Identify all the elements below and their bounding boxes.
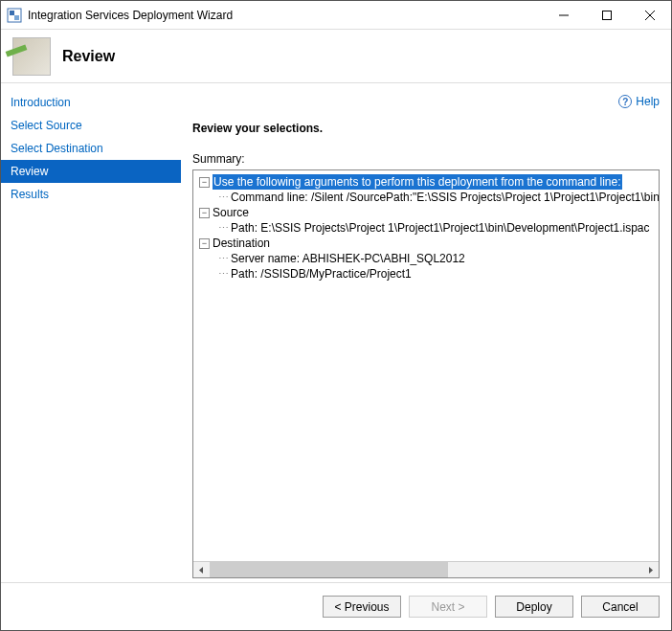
- tree-label: Source: [213, 205, 249, 220]
- scroll-track[interactable]: [210, 562, 642, 577]
- tree-label: Use the following arguments to perform t…: [213, 174, 622, 190]
- sidebar-item-results[interactable]: Results: [1, 183, 181, 206]
- wizard-body: Introduction Select Source Select Destin…: [1, 83, 671, 582]
- tree-label: Server name: ABHISHEK-PC\ABHI_SQL2012: [231, 251, 465, 266]
- cancel-button[interactable]: Cancel: [581, 596, 660, 618]
- previous-button[interactable]: < Previous: [323, 596, 401, 618]
- svg-rect-4: [602, 11, 611, 19]
- tree-node-source-path[interactable]: ⋯ Path: E:\SSIS Projects\Project 1\Proje…: [195, 220, 657, 236]
- svg-marker-7: [199, 567, 203, 574]
- tree-node-commandline-args[interactable]: − Use the following arguments to perform…: [195, 174, 657, 190]
- wizard-header: Review: [1, 30, 671, 83]
- tree-content: − Use the following arguments to perform…: [193, 170, 659, 561]
- tree-label: Destination: [213, 236, 270, 251]
- footer: < Previous Next > Deploy Cancel: [1, 582, 671, 630]
- section-title: Review your selections.: [192, 122, 660, 135]
- tree-node-destination[interactable]: − Destination: [195, 236, 657, 251]
- next-button: Next >: [409, 596, 487, 618]
- sidebar-item-select-source[interactable]: Select Source: [1, 114, 181, 137]
- tree-connector-icon: ⋯: [218, 220, 229, 236]
- tree-connector-icon: ⋯: [218, 266, 229, 282]
- tree-label: Path: E:\SSIS Projects\Project 1\Project…: [231, 220, 650, 236]
- main-panel: ? Help Review your selections. Summary: …: [181, 83, 671, 582]
- tree-node-destination-path[interactable]: ⋯ Path: /SSISDB/MyPractice/Project1: [195, 266, 657, 282]
- wizard-header-icon: [12, 37, 51, 76]
- wizard-window: Integration Services Deployment Wizard R…: [0, 0, 672, 631]
- sidebar-item-select-destination[interactable]: Select Destination: [1, 137, 181, 160]
- tree-label: Path: /SSISDB/MyPractice/Project1: [231, 266, 412, 282]
- svg-rect-1: [10, 11, 14, 15]
- window-title: Integration Services Deployment Wizard: [28, 9, 542, 22]
- tree-connector-icon: ⋯: [218, 190, 229, 205]
- maximize-button[interactable]: [585, 1, 628, 29]
- collapse-icon[interactable]: −: [199, 177, 210, 188]
- collapse-icon[interactable]: −: [199, 238, 210, 249]
- tree-node-commandline[interactable]: ⋯ Command line: /Silent /SourcePath:"E:\…: [195, 190, 657, 205]
- scroll-right-button[interactable]: [642, 562, 659, 577]
- sidebar-item-review[interactable]: Review: [1, 160, 181, 183]
- sidebar-item-introduction[interactable]: Introduction: [1, 91, 181, 114]
- page-title: Review: [62, 48, 115, 65]
- horizontal-scrollbar[interactable]: [193, 561, 659, 577]
- tree-connector-icon: ⋯: [218, 251, 229, 266]
- tree-node-source[interactable]: − Source: [195, 205, 657, 220]
- deploy-button[interactable]: Deploy: [495, 596, 573, 618]
- summary-label: Summary:: [192, 152, 660, 166]
- summary-tree: − Use the following arguments to perform…: [192, 169, 660, 578]
- window-controls: [542, 1, 671, 29]
- help-label: Help: [636, 95, 660, 108]
- help-icon: ?: [618, 95, 632, 108]
- app-icon: [7, 8, 22, 23]
- sidebar: Introduction Select Source Select Destin…: [1, 83, 181, 582]
- tree-label: Command line: /Silent /SourcePath:"E:\SS…: [231, 190, 659, 205]
- help-link[interactable]: ? Help: [618, 95, 660, 108]
- scroll-left-button[interactable]: [193, 562, 210, 577]
- svg-marker-8: [649, 567, 653, 574]
- svg-rect-2: [14, 15, 19, 20]
- tree-node-destination-server[interactable]: ⋯ Server name: ABHISHEK-PC\ABHI_SQL2012: [195, 251, 657, 266]
- scroll-thumb[interactable]: [210, 562, 448, 577]
- titlebar: Integration Services Deployment Wizard: [1, 1, 671, 30]
- close-button[interactable]: [628, 1, 671, 29]
- collapse-icon[interactable]: −: [199, 208, 210, 218]
- minimize-button[interactable]: [542, 1, 585, 29]
